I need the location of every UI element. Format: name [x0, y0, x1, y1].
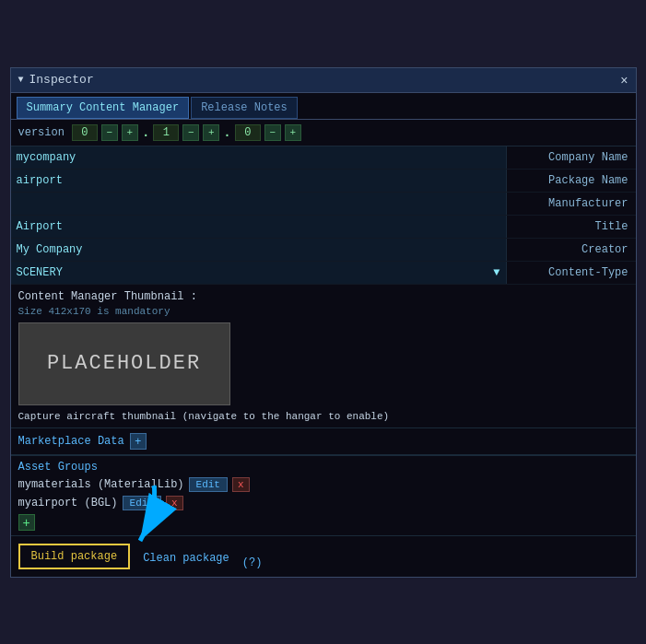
version-dot-1: .: [142, 125, 149, 140]
version-v3-minus[interactable]: −: [264, 124, 281, 141]
version-v2-input[interactable]: [153, 124, 179, 141]
content-type-label: Content-Type: [507, 263, 636, 282]
fields-section: mycompany Company Name airport Package N…: [11, 146, 636, 285]
version-v3-input[interactable]: [235, 124, 261, 141]
marketplace-label: Marketplace Data: [18, 435, 124, 448]
package-name-value[interactable]: airport: [11, 170, 507, 192]
version-dot-2: .: [223, 125, 230, 140]
thumbnail-title: Content Manager Thumbnail :: [18, 290, 628, 303]
asset-add-button[interactable]: +: [18, 514, 35, 531]
tab-release-notes[interactable]: Release Notes: [191, 97, 298, 119]
title-label: Title: [507, 217, 636, 236]
version-v2-minus[interactable]: −: [182, 124, 199, 141]
version-v1-input[interactable]: [72, 124, 98, 141]
arrow-icon: [103, 481, 177, 555]
tab-summary[interactable]: Summary Content Manager: [17, 97, 190, 119]
capture-text: Capture aircraft thumbnail (navigate to …: [18, 411, 628, 422]
asset-remove-btn-0[interactable]: x: [232, 477, 250, 492]
title-value[interactable]: Airport: [11, 216, 507, 238]
creator-row: My Company Creator: [11, 239, 636, 262]
dropdown-icon: ▼: [493, 266, 499, 279]
thumbnail-section: Content Manager Thumbnail : Size 412x170…: [11, 285, 636, 428]
manufacturer-label: Manufacturer: [507, 194, 636, 213]
content-type-row: SCENERY ▼ Content-Type: [11, 262, 636, 285]
version-v2-plus[interactable]: +: [203, 124, 219, 141]
tabs-bar: Summary Content Manager Release Notes: [11, 93, 636, 120]
thumbnail-hint: Size 412x170 is mandatory: [18, 306, 628, 317]
creator-value[interactable]: My Company: [11, 239, 507, 261]
version-v1-minus[interactable]: −: [101, 124, 118, 141]
creator-label: Creator: [507, 240, 636, 259]
content-type-select[interactable]: SCENERY ▼: [11, 262, 507, 284]
version-v1-plus[interactable]: +: [122, 124, 138, 141]
version-v3-plus[interactable]: +: [285, 124, 301, 141]
placeholder-text: PLACEHOLDER: [47, 352, 201, 375]
bottom-section: Build package Clean package (?): [11, 536, 636, 577]
version-label: version: [18, 126, 65, 139]
content-type-value: SCENERY: [17, 266, 63, 279]
help-button[interactable]: (?): [242, 556, 263, 569]
company-name-row: mycompany Company Name: [11, 146, 636, 170]
package-name-label: Package Name: [507, 171, 636, 190]
title-row: Airport Title: [11, 216, 636, 239]
window-title: Inspector: [29, 73, 94, 87]
title-bar-left: ▼ Inspector: [18, 73, 94, 87]
placeholder-bold: PLACE: [47, 352, 117, 375]
company-name-value[interactable]: mycompany: [11, 146, 507, 169]
marketplace-section: Marketplace Data +: [11, 428, 636, 455]
arrow-area: [103, 481, 177, 558]
close-button[interactable]: ×: [620, 73, 628, 88]
triangle-icon: ▼: [18, 75, 24, 85]
title-bar: ▼ Inspector ×: [11, 68, 636, 93]
company-name-label: Company Name: [507, 148, 636, 167]
package-name-row: airport Package Name: [11, 170, 636, 193]
asset-groups-label: Asset Groups: [18, 461, 628, 474]
manufacturer-value[interactable]: [11, 193, 507, 215]
placeholder-light: HOLDER: [117, 352, 201, 375]
manufacturer-row: Manufacturer: [11, 193, 636, 216]
inspector-window: ▼ Inspector × Summary Content Manager Re…: [10, 67, 637, 578]
asset-edit-btn-0[interactable]: Edit: [189, 477, 228, 492]
marketplace-add-button[interactable]: +: [130, 433, 147, 450]
placeholder-image: PLACEHOLDER: [18, 322, 230, 405]
version-row: version − + . − + . − +: [11, 120, 636, 146]
